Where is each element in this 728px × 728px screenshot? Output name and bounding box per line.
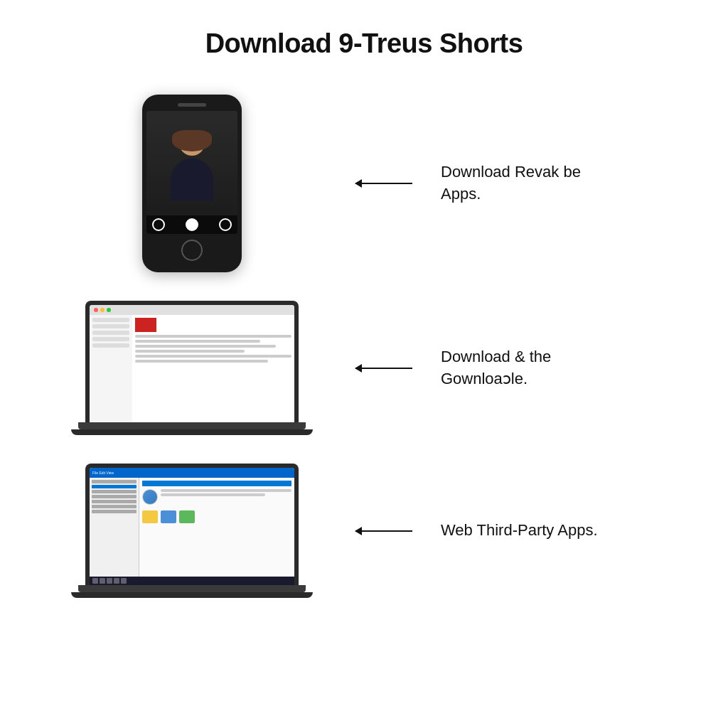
laptop-mac-screen-content: [90, 305, 294, 422]
person-silhouette: [164, 130, 220, 215]
mac-text-line: [135, 360, 268, 363]
win-top-row: [142, 489, 291, 508]
win-text-line: [161, 493, 265, 496]
person-body: [171, 159, 213, 201]
mac-dot-yellow: [100, 308, 105, 312]
mac-text-line: [135, 345, 276, 348]
win-left-item: [92, 495, 136, 498]
mac-dot-red: [94, 308, 98, 312]
win-taskbar-item: [92, 578, 98, 584]
arrow-line-2: [355, 368, 412, 369]
win-left-item: [92, 490, 136, 493]
arrow-area-3: [341, 530, 427, 532]
win-screen-content: File Edit View: [90, 468, 294, 585]
device-win-area: File Edit View: [43, 464, 341, 598]
win-toolbar: File Edit View: [90, 468, 294, 478]
arrow-line-3: [355, 530, 412, 532]
mac-red-box: [135, 318, 156, 332]
item-row-1: Download Revak be Apps.: [43, 95, 685, 272]
desc-line1-3: Web Third-Party Apps.: [441, 521, 598, 539]
person-hair: [172, 130, 212, 151]
phone-device: [142, 95, 242, 272]
device-phone-area: [43, 95, 341, 272]
win-content-area: [90, 478, 294, 577]
arrow-area-2: [341, 368, 427, 369]
laptop-win-device: File Edit View: [78, 464, 306, 598]
arrow-1: [355, 183, 412, 184]
win-taskbar-item: [100, 578, 105, 584]
win-left-panel: [90, 478, 139, 577]
phone-home-button: [181, 240, 203, 261]
mac-text-line: [135, 350, 245, 353]
laptop-mac-device: [78, 301, 306, 435]
desc-line2-2: Gownloaɔle.: [441, 370, 528, 387]
mac-sidebar: [90, 315, 132, 422]
win-avatar: [142, 489, 158, 505]
win-address-bar: [142, 481, 291, 486]
laptop-mac-bottom: [71, 429, 313, 435]
win-taskbar: [90, 577, 294, 585]
laptop-mac-housing: [85, 301, 299, 422]
device-mac-area: [43, 301, 341, 435]
win-folder-yellow: [142, 510, 158, 523]
phone-speaker: [178, 103, 206, 107]
win-left-item: [92, 485, 136, 488]
person-head: [179, 130, 205, 156]
win-taskbar-item: [121, 578, 127, 584]
page-title: Download 9-Treus Shorts: [205, 28, 523, 59]
win-taskbar-item: [107, 578, 112, 584]
win-folder-green: [179, 510, 195, 523]
desc-line2-1: Apps.: [441, 185, 481, 203]
camera-dot-center: [186, 218, 198, 231]
camera-dot-right: [219, 218, 232, 231]
laptop-win-screen: File Edit View: [90, 468, 294, 585]
mac-text-line: [135, 335, 291, 338]
laptop-win-base: [78, 585, 306, 592]
mac-sidebar-item: [92, 318, 129, 322]
win-folder-row: [142, 510, 291, 523]
win-text-col: [161, 489, 291, 508]
win-toolbar-text: File Edit View: [92, 471, 114, 475]
item-row-2: Download & the Gownloaɔle.: [43, 301, 685, 435]
description-area-1: Download Revak be Apps.: [427, 161, 685, 205]
win-left-item: [92, 510, 136, 513]
win-folder-blue: [161, 510, 176, 523]
phone-camera-bar: [146, 215, 237, 234]
laptop-win-bottom: [71, 592, 313, 598]
mac-sidebar-item: [92, 331, 129, 335]
mac-dot-green: [107, 308, 111, 312]
win-left-item: [92, 500, 136, 503]
mac-sidebar-item: [92, 337, 129, 341]
arrow-2: [355, 368, 412, 369]
win-left-item: [92, 480, 136, 483]
win-text-line: [161, 489, 291, 492]
arrow-line-1: [355, 183, 412, 184]
description-text-1: Download Revak be Apps.: [441, 161, 685, 205]
mac-sidebar-item: [92, 324, 129, 328]
description-text-2: Download & the Gownloaɔle.: [441, 346, 685, 390]
win-taskbar-item: [114, 578, 119, 584]
win-left-item: [92, 505, 136, 508]
laptop-mac-screen: [90, 305, 294, 422]
arrow-3: [355, 530, 412, 532]
mac-sidebar-item: [92, 343, 129, 348]
desc-line1-2: Download & the: [441, 348, 551, 365]
phone-screen: [146, 111, 237, 234]
description-text-3: Web Third-Party Apps.: [441, 520, 685, 542]
laptop-mac-base: [78, 422, 306, 429]
description-area-3: Web Third-Party Apps.: [427, 520, 685, 542]
desc-line1-1: Download Revak be: [441, 163, 581, 181]
mac-text-line: [135, 340, 260, 343]
camera-dot-left: [152, 218, 165, 231]
arrow-area-1: [341, 183, 427, 184]
mac-content: [90, 315, 294, 422]
page-container: Download 9-Treus Shorts: [0, 0, 728, 728]
mac-main: [132, 315, 294, 422]
items-list: Download Revak be Apps.: [43, 95, 685, 598]
laptop-win-housing: File Edit View: [85, 464, 299, 585]
mac-text-line: [135, 355, 291, 358]
win-main-area: [139, 478, 294, 577]
description-area-2: Download & the Gownloaɔle.: [427, 346, 685, 390]
item-row-3: File Edit View: [43, 464, 685, 598]
mac-toolbar: [90, 305, 294, 315]
